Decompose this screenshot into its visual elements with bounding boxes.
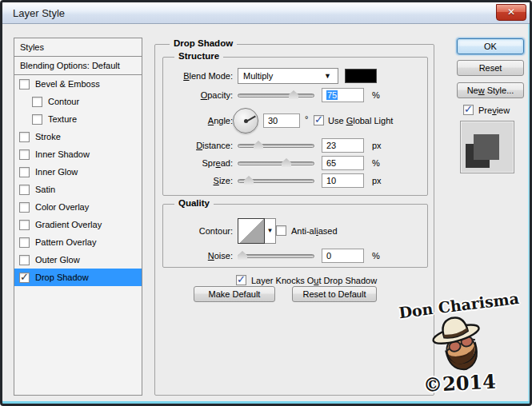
use-global-light-label: Use Global Light bbox=[328, 116, 393, 125]
opacity-input[interactable]: 75 bbox=[322, 88, 364, 102]
sidebar-item-label: Styles bbox=[20, 42, 44, 52]
spread-unit: % bbox=[372, 158, 380, 168]
quality-group-title: Quality bbox=[174, 198, 214, 208]
sidebar-item-label: Inner Shadow bbox=[35, 149, 90, 159]
sidebar-item-satin[interactable]: Satin bbox=[14, 181, 142, 198]
sidebar-item-drop-shadow[interactable]: Drop Shadow bbox=[14, 269, 142, 286]
use-global-light-checkbox[interactable] bbox=[314, 115, 324, 125]
blend-mode-select[interactable]: Multiply ▼ bbox=[238, 68, 338, 84]
chevron-down-icon: ▼ bbox=[324, 72, 331, 80]
checkbox-icon[interactable] bbox=[19, 149, 30, 160]
checkbox-icon[interactable] bbox=[19, 79, 30, 90]
close-button[interactable]: ✕ bbox=[496, 4, 526, 21]
sidebar-item-inner-shadow[interactable]: Inner Shadow bbox=[14, 145, 142, 163]
angle-unit: ° bbox=[305, 114, 308, 124]
layer-knocks-out-label: Layer Knocks Out Drop Shadow bbox=[251, 276, 377, 285]
angle-input[interactable]: 30 bbox=[263, 113, 300, 128]
size-label: Size: bbox=[145, 176, 233, 185]
opacity-unit: % bbox=[372, 90, 380, 100]
distance-input[interactable]: 23 bbox=[322, 138, 364, 153]
anti-aliased-checkbox[interactable] bbox=[276, 225, 286, 236]
sidebar-item-stroke[interactable]: Stroke bbox=[14, 128, 142, 145]
ok-button[interactable]: OK bbox=[457, 38, 524, 54]
checkbox-icon[interactable] bbox=[19, 255, 30, 265]
sidebar-item-label: Satin bbox=[35, 185, 55, 194]
checkbox-icon[interactable] bbox=[19, 185, 30, 195]
sidebar-item-label: Contour bbox=[48, 97, 79, 106]
shadow-color-swatch[interactable] bbox=[345, 69, 377, 83]
sidebar-item-label: Outer Glow bbox=[35, 255, 80, 265]
sidebar-item-blending-options[interactable]: Blending Options: Default bbox=[14, 57, 142, 75]
styles-list: Styles Blending Options: Default Bevel &… bbox=[14, 38, 142, 396]
sidebar-item-label: Inner Glow bbox=[35, 167, 78, 177]
window-title: Layer Style bbox=[13, 7, 65, 19]
distance-slider[interactable] bbox=[238, 144, 314, 148]
watermark: Don Charisma ©2014 bbox=[385, 297, 532, 406]
close-icon: ✕ bbox=[507, 6, 515, 18]
size-input[interactable]: 10 bbox=[322, 173, 364, 188]
checkbox-icon[interactable] bbox=[19, 220, 30, 230]
sidebar-item-styles[interactable]: Styles bbox=[14, 38, 142, 57]
checkbox-icon[interactable] bbox=[19, 202, 30, 213]
structure-group-title: Structure bbox=[174, 51, 223, 61]
angle-dial[interactable] bbox=[233, 108, 258, 133]
opacity-slider[interactable] bbox=[238, 94, 314, 98]
spread-slider[interactable] bbox=[238, 161, 314, 165]
blend-mode-value: Multiply bbox=[243, 71, 273, 81]
preview-thumbnail bbox=[460, 121, 514, 173]
distance-unit: px bbox=[372, 141, 382, 150]
contour-swatch[interactable] bbox=[238, 218, 265, 244]
sidebar-item-outer-glow[interactable]: Outer Glow bbox=[14, 251, 142, 269]
sidebar-item-label: Pattern Overlay bbox=[35, 237, 96, 247]
sidebar-item-label: Drop Shadow bbox=[35, 273, 89, 282]
title-bar[interactable]: Layer Style ✕ bbox=[2, 2, 530, 24]
contour-dropdown-arrow[interactable]: ▼ bbox=[265, 218, 276, 244]
angle-label: Angle: bbox=[145, 116, 233, 125]
new-style-button[interactable]: New Style... bbox=[457, 82, 524, 98]
sidebar-item-label: Color Overlay bbox=[35, 202, 89, 212]
sidebar-item-contour[interactable]: Contour bbox=[14, 93, 142, 110]
checkbox-icon[interactable] bbox=[32, 97, 42, 107]
sidebar-item-color-overlay[interactable]: Color Overlay bbox=[14, 198, 142, 216]
sidebar-item-label: Gradient Overlay bbox=[35, 220, 102, 229]
reset-to-default-button[interactable]: Reset to Default bbox=[292, 286, 377, 302]
sidebar-item-label: Texture bbox=[48, 114, 77, 124]
sidebar-item-inner-glow[interactable]: Inner Glow bbox=[14, 163, 142, 181]
layer-style-dialog: Layer Style ✕ Styles Blending Options: D… bbox=[0, 0, 532, 406]
checkbox-icon[interactable] bbox=[19, 237, 30, 248]
watermark-year: ©2014 bbox=[422, 370, 496, 397]
sidebar-item-gradient-overlay[interactable]: Gradient Overlay bbox=[14, 216, 142, 233]
sidebar-item-label: Stroke bbox=[35, 132, 61, 141]
sidebar-item-pattern-overlay[interactable]: Pattern Overlay bbox=[14, 233, 142, 251]
sidebar-item-bevel-emboss[interactable]: Bevel & Emboss bbox=[14, 75, 142, 93]
anti-aliased-label: Anti-aliased bbox=[291, 226, 338, 236]
noise-slider[interactable] bbox=[238, 254, 314, 258]
sidebar-item-texture[interactable]: Texture bbox=[14, 110, 142, 128]
layer-knocks-out-checkbox[interactable] bbox=[236, 275, 246, 285]
noise-unit: % bbox=[372, 251, 380, 261]
contour-label: Contour: bbox=[145, 226, 233, 236]
reset-button[interactable]: Reset bbox=[457, 60, 524, 76]
watermark-face-illustration bbox=[385, 311, 532, 378]
checkbox-icon[interactable] bbox=[19, 167, 30, 177]
angle-center-dot bbox=[244, 119, 248, 123]
size-unit: px bbox=[372, 176, 382, 185]
chevron-down-icon: ▼ bbox=[267, 227, 274, 234]
preview-layer-square bbox=[474, 134, 499, 160]
checkbox-icon[interactable] bbox=[19, 273, 30, 283]
checkbox-icon[interactable] bbox=[32, 114, 42, 125]
make-default-button[interactable]: Make Default bbox=[194, 286, 275, 302]
distance-label: Distance: bbox=[145, 141, 233, 150]
blend-mode-label: Blend Mode: bbox=[145, 71, 233, 81]
opacity-value: 75 bbox=[326, 90, 338, 100]
opacity-label: Opacity: bbox=[145, 90, 233, 100]
panel-title: Drop Shadow bbox=[170, 38, 237, 48]
sidebar-item-label: Blending Options: Default bbox=[20, 61, 120, 70]
spread-input[interactable]: 65 bbox=[322, 156, 364, 170]
sidebar-item-label: Bevel & Emboss bbox=[35, 79, 100, 89]
preview-checkbox[interactable] bbox=[463, 105, 474, 115]
preview-label: Preview bbox=[478, 105, 510, 115]
noise-label: Noise: bbox=[145, 251, 233, 261]
checkbox-icon[interactable] bbox=[19, 132, 30, 142]
noise-input[interactable]: 0 bbox=[322, 249, 364, 263]
